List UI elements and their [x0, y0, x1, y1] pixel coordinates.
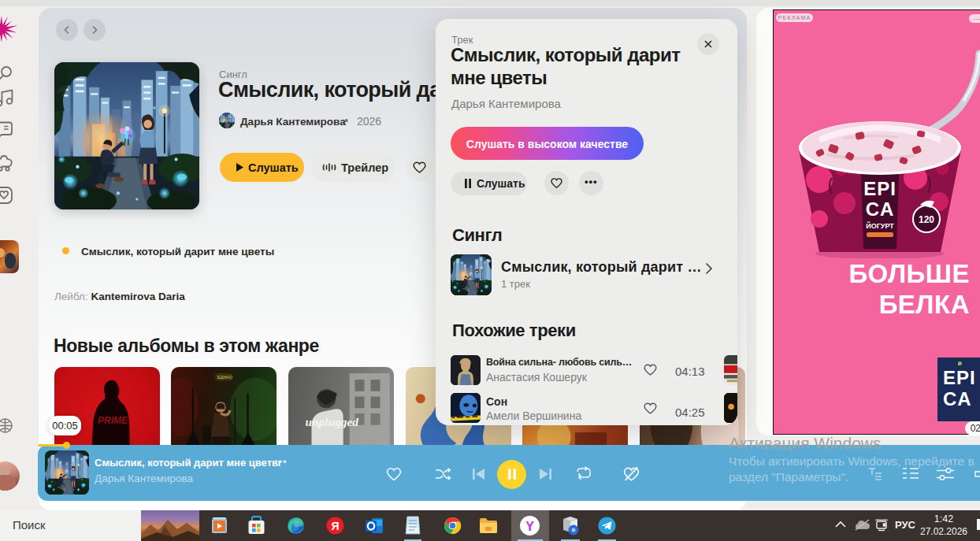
svg-text:120: 120 [919, 214, 934, 225]
svg-text:Y: Y [525, 520, 534, 533]
svg-text:CA: CA [866, 198, 895, 220]
svg-text:PRIME: PRIME [98, 415, 128, 426]
svg-text:unplugged: unplugged [305, 415, 358, 428]
svg-text:EPI: EPI [863, 178, 896, 199]
svg-text:ЕДИНО: ЕДИНО [217, 375, 232, 380]
svg-text:ЙОГУРТ: ЙОГУРТ [866, 221, 894, 230]
svg-text:Я: Я [331, 520, 339, 532]
